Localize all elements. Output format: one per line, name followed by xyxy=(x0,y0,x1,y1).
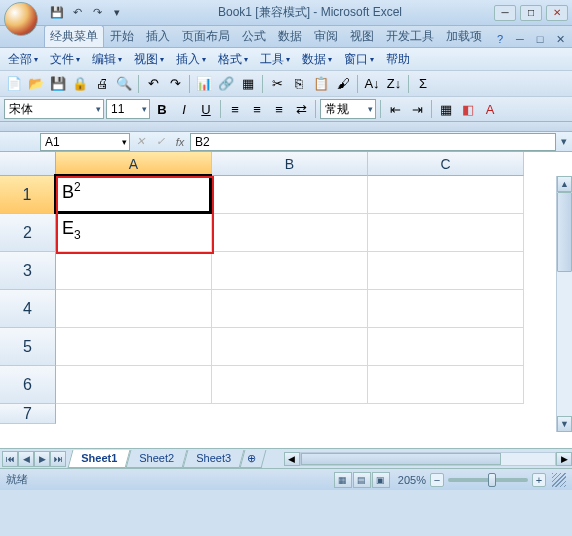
zoom-slider[interactable] xyxy=(448,478,528,482)
indent-increase-icon[interactable]: ⇥ xyxy=(407,99,427,119)
row-header-4[interactable]: 4 xyxy=(0,290,56,328)
menu-file[interactable]: 文件▾ xyxy=(46,49,84,70)
sort-asc-icon[interactable]: A↓ xyxy=(362,74,382,94)
zoom-slider-handle[interactable] xyxy=(488,473,496,487)
underline-button[interactable]: U xyxy=(196,99,216,119)
zoom-out-button[interactable]: − xyxy=(430,473,444,487)
save-icon[interactable]: 💾 xyxy=(48,74,68,94)
cut-icon[interactable]: ✂ xyxy=(267,74,287,94)
menu-help[interactable]: 帮助 xyxy=(382,49,414,70)
menu-edit[interactable]: 编辑▾ xyxy=(88,49,126,70)
cell-a2[interactable]: E3 xyxy=(56,214,212,252)
column-header-b[interactable]: B xyxy=(212,152,368,176)
tab-data[interactable]: 数据 xyxy=(272,25,308,47)
number-format-combo[interactable]: 常规 xyxy=(320,99,376,119)
tab-nav-prev[interactable]: ◀ xyxy=(18,451,34,467)
tab-nav-last[interactable]: ⏭ xyxy=(50,451,66,467)
vertical-scroll-thumb[interactable] xyxy=(557,192,572,272)
scroll-right-button[interactable]: ▶ xyxy=(556,452,572,466)
undo-icon[interactable]: ↶ xyxy=(143,74,163,94)
italic-button[interactable]: I xyxy=(174,99,194,119)
redo-icon[interactable]: ↷ xyxy=(88,4,106,22)
doc-minimize-button[interactable]: ─ xyxy=(512,31,528,47)
page-break-view-button[interactable]: ▣ xyxy=(372,472,390,488)
cell-b6[interactable] xyxy=(212,366,368,404)
row-header-5[interactable]: 5 xyxy=(0,328,56,366)
cell-c5[interactable] xyxy=(368,328,524,366)
menu-insert[interactable]: 插入▾ xyxy=(172,49,210,70)
tab-review[interactable]: 审阅 xyxy=(308,25,344,47)
menu-all[interactable]: 全部▾ xyxy=(4,49,42,70)
help-icon[interactable]: ? xyxy=(492,31,508,47)
cell-c2[interactable] xyxy=(368,214,524,252)
doc-restore-button[interactable]: □ xyxy=(532,31,548,47)
minimize-button[interactable]: ─ xyxy=(494,5,516,21)
cell-b3[interactable] xyxy=(212,252,368,290)
page-layout-view-button[interactable]: ▤ xyxy=(353,472,371,488)
office-button[interactable] xyxy=(4,2,38,36)
tab-home[interactable]: 开始 xyxy=(104,25,140,47)
row-header-3[interactable]: 3 xyxy=(0,252,56,290)
cell-a6[interactable] xyxy=(56,366,212,404)
open-icon[interactable]: 📂 xyxy=(26,74,46,94)
cancel-icon[interactable]: ✕ xyxy=(130,135,150,148)
worksheet-grid[interactable]: A B C 1 2 3 4 5 6 7 B2 E3 xyxy=(0,152,572,448)
sheet-tab-2[interactable]: Sheet2 xyxy=(126,450,188,468)
zoom-level[interactable]: 205% xyxy=(398,474,426,486)
bold-button[interactable]: B xyxy=(152,99,172,119)
cell-a3[interactable] xyxy=(56,252,212,290)
undo-icon[interactable]: ↶ xyxy=(68,4,86,22)
select-all-corner[interactable] xyxy=(0,152,56,176)
cell-b1[interactable] xyxy=(212,176,368,214)
normal-view-button[interactable]: ▦ xyxy=(334,472,352,488)
save-icon[interactable]: 💾 xyxy=(48,4,66,22)
horizontal-scroll-thumb[interactable] xyxy=(301,453,501,465)
menu-data[interactable]: 数据▾ xyxy=(298,49,336,70)
tab-insert[interactable]: 插入 xyxy=(140,25,176,47)
scroll-down-button[interactable]: ▼ xyxy=(557,416,572,432)
cell-b5[interactable] xyxy=(212,328,368,366)
cell-c4[interactable] xyxy=(368,290,524,328)
align-center-icon[interactable]: ≡ xyxy=(247,99,267,119)
new-icon[interactable]: 📄 xyxy=(4,74,24,94)
row-header-6[interactable]: 6 xyxy=(0,366,56,404)
tab-view[interactable]: 视图 xyxy=(344,25,380,47)
qat-dropdown-icon[interactable]: ▾ xyxy=(108,4,126,22)
copy-icon[interactable]: ⎘ xyxy=(289,74,309,94)
cell-b2[interactable] xyxy=(212,214,368,252)
menu-window[interactable]: 窗口▾ xyxy=(340,49,378,70)
sheet-tab-1[interactable]: Sheet1 xyxy=(68,450,131,468)
format-painter-icon[interactable]: 🖌 xyxy=(333,74,353,94)
sheet-tab-3[interactable]: Sheet3 xyxy=(183,450,245,468)
row-header-7[interactable]: 7 xyxy=(0,404,56,424)
font-color-icon[interactable]: A xyxy=(480,99,500,119)
table-icon[interactable]: ▦ xyxy=(238,74,258,94)
row-header-2[interactable]: 2 xyxy=(0,214,56,252)
doc-close-button[interactable]: ✕ xyxy=(552,31,568,47)
border-icon[interactable]: ▦ xyxy=(436,99,456,119)
column-header-a[interactable]: A xyxy=(56,152,212,176)
cells-area[interactable]: B2 E3 xyxy=(56,176,556,432)
expand-formula-bar-icon[interactable]: ▾ xyxy=(556,135,572,148)
cell-b4[interactable] xyxy=(212,290,368,328)
cell-a5[interactable] xyxy=(56,328,212,366)
font-size-combo[interactable]: 11 xyxy=(106,99,150,119)
column-header-c[interactable]: C xyxy=(368,152,524,176)
horizontal-scrollbar[interactable]: ◀ ▶ xyxy=(284,452,572,466)
horizontal-scroll-track[interactable] xyxy=(300,452,556,466)
sort-desc-icon[interactable]: Z↓ xyxy=(384,74,404,94)
redo-icon[interactable]: ↷ xyxy=(165,74,185,94)
tab-nav-next[interactable]: ▶ xyxy=(34,451,50,467)
zoom-in-button[interactable]: + xyxy=(532,473,546,487)
align-left-icon[interactable]: ≡ xyxy=(225,99,245,119)
link-icon[interactable]: 🔗 xyxy=(216,74,236,94)
cell-c3[interactable] xyxy=(368,252,524,290)
chart-icon[interactable]: 📊 xyxy=(194,74,214,94)
tab-developer[interactable]: 开发工具 xyxy=(380,25,440,47)
row-header-1[interactable]: 1 xyxy=(0,176,56,214)
close-button[interactable]: ✕ xyxy=(546,5,568,21)
tab-nav-first[interactable]: ⏮ xyxy=(2,451,18,467)
name-box[interactable]: A1 xyxy=(40,133,130,151)
preview-icon[interactable]: 🔍 xyxy=(114,74,134,94)
vertical-scrollbar[interactable]: ▲ ▼ xyxy=(556,176,572,432)
